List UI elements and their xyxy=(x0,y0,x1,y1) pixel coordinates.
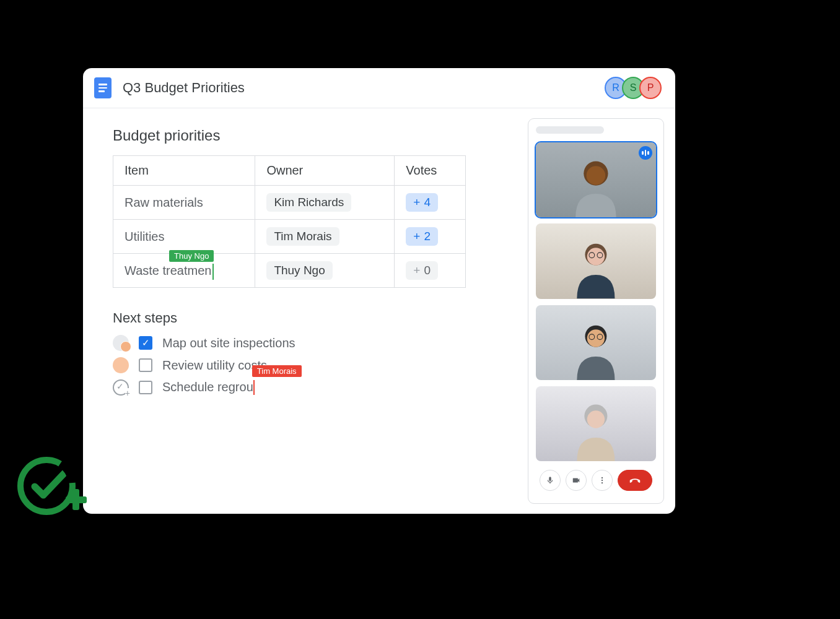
document-title[interactable]: Q3 Budget Priorities xyxy=(123,80,605,96)
document-window: Q3 Budget Priorities R S P Budget priori… xyxy=(83,68,675,514)
task-text[interactable]: Map out site inspections xyxy=(162,336,295,350)
owner-chip[interactable]: Kim Richards xyxy=(266,193,351,212)
column-header-item: Item xyxy=(113,156,255,186)
table-row[interactable]: Raw materials Kim Richards +4 xyxy=(113,186,466,220)
more-options-button[interactable] xyxy=(592,470,613,491)
vote-chip[interactable]: +0 xyxy=(406,261,438,280)
task-row[interactable]: ✓ Map out site inspections xyxy=(113,335,493,351)
assignee-avatar[interactable] xyxy=(113,335,129,351)
meet-header-placeholder xyxy=(536,126,604,134)
column-header-owner: Owner xyxy=(255,156,395,186)
task-checkbox[interactable] xyxy=(139,358,152,372)
plus-icon: + xyxy=(413,230,420,243)
participant-tile[interactable] xyxy=(536,305,656,380)
meet-panel xyxy=(528,118,664,504)
priorities-table[interactable]: Item Owner Votes Raw materials Kim Richa… xyxy=(113,155,466,288)
cursor-label: Thuy Ngo xyxy=(169,250,214,262)
header: Q3 Budget Priorities R S P xyxy=(83,68,675,108)
owner-chip[interactable]: Thuy Ngo xyxy=(266,261,332,280)
svg-point-13 xyxy=(602,480,603,481)
plus-icon: + xyxy=(413,196,420,209)
participant-illustration xyxy=(554,313,638,380)
collaborator-avatars: R S P xyxy=(605,77,662,99)
end-call-button[interactable] xyxy=(618,470,652,491)
svg-point-14 xyxy=(602,482,603,483)
task-checkbox[interactable]: ✓ xyxy=(139,336,152,350)
section-heading: Budget priorities xyxy=(113,127,493,144)
participant-illustration xyxy=(554,394,638,461)
mic-button[interactable] xyxy=(540,470,561,491)
document-body[interactable]: Budget priorities Item Owner Votes Raw m… xyxy=(83,108,523,514)
meet-controls xyxy=(536,470,656,491)
table-row[interactable]: Utilities Tim Morais +2 xyxy=(113,220,466,254)
speaking-indicator-icon xyxy=(639,146,652,160)
plus-icon: + xyxy=(413,264,420,277)
owner-chip[interactable]: Tim Morais xyxy=(266,227,339,246)
docs-app-icon[interactable] xyxy=(94,77,112,98)
video-icon xyxy=(572,476,580,485)
participant-illustration xyxy=(554,150,638,217)
next-steps-section: Next steps ✓ Map out site inspections Re… xyxy=(113,310,493,396)
task-row[interactable]: Review utility costs xyxy=(113,357,493,373)
svg-point-12 xyxy=(602,477,603,478)
task-text[interactable]: Review utility costs xyxy=(162,358,267,373)
participant-tile[interactable] xyxy=(536,142,656,217)
task-check-badge-icon xyxy=(12,452,87,526)
video-button[interactable] xyxy=(566,470,587,491)
task-checkbox[interactable] xyxy=(139,381,152,394)
cursor-label: Tim Morais xyxy=(252,365,302,377)
task-row[interactable]: Schedule regrouTim Morais xyxy=(113,379,493,396)
collaborator-avatar[interactable]: P xyxy=(639,77,662,99)
assign-add-icon[interactable] xyxy=(113,379,129,396)
mic-icon xyxy=(546,476,554,485)
participant-illustration xyxy=(554,231,638,298)
more-vertical-icon xyxy=(598,476,606,485)
svg-point-11 xyxy=(587,410,605,428)
svg-rect-17 xyxy=(72,489,79,510)
table-row[interactable]: Waste treatmen Thuy Ngo Thuy Ngo +0 xyxy=(113,254,466,288)
phone-hangup-icon xyxy=(628,474,642,487)
assignee-avatar[interactable] xyxy=(113,357,129,373)
collaborator-cursor: Tim Morais xyxy=(253,380,255,395)
collaborator-cursor xyxy=(212,264,214,280)
svg-point-1 xyxy=(587,166,606,185)
item-cell[interactable]: Utilities xyxy=(113,220,255,254)
participant-tile[interactable] xyxy=(536,386,656,461)
section-heading: Next steps xyxy=(113,310,493,326)
item-cell[interactable]: Raw materials xyxy=(113,186,255,220)
item-cell[interactable]: Waste treatmen Thuy Ngo xyxy=(113,254,255,288)
column-header-votes: Votes xyxy=(395,156,466,186)
vote-chip[interactable]: +2 xyxy=(406,227,438,246)
task-text[interactable]: Schedule regrouTim Morais xyxy=(162,380,255,396)
vote-chip[interactable]: +4 xyxy=(406,193,438,212)
participant-tile[interactable] xyxy=(536,223,656,298)
